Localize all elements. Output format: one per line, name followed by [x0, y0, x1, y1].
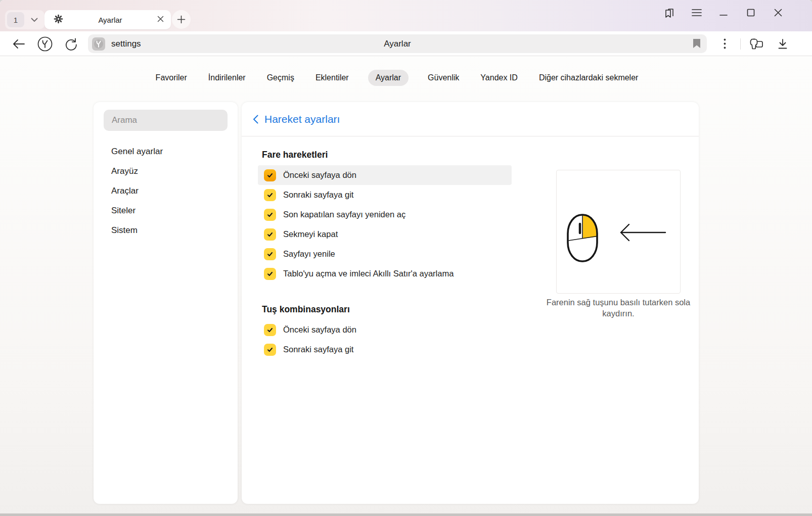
gesture-caption: Farenin sağ tuşunu basılı tutarken sola … [543, 297, 694, 319]
sidebar-item-genel-ayarlar[interactable]: Genel ayarlar [94, 142, 238, 161]
tab-close-icon[interactable] [157, 15, 164, 24]
close-window-icon[interactable] [771, 6, 785, 19]
url-bar[interactable]: settings Ayarlar [88, 34, 707, 53]
url-page-title: Ayarlar [88, 39, 707, 49]
gear-icon [54, 14, 63, 26]
sidebar-item-siteler[interactable]: Siteler [94, 201, 238, 220]
tab-strip: 1 Ayarlar [0, 0, 812, 31]
setting-row[interactable]: Sayfayı yenile [258, 244, 512, 264]
tab-counter-group[interactable]: 1 [5, 10, 44, 29]
setting-label: Önceki sayfaya dön [283, 325, 356, 335]
toolbar: settings Ayarlar [4, 31, 808, 56]
setting-row[interactable]: Tablo'yu açma ve imleci Akıllı Satır'a a… [258, 264, 512, 284]
settings-page: Favoriler İndirilenler Geçmiş Eklentiler… [0, 56, 812, 516]
minimize-icon[interactable] [716, 6, 731, 19]
nav-eklentiler[interactable]: Eklentiler [313, 70, 351, 86]
active-tab[interactable]: Ayarlar [44, 10, 171, 29]
setting-label: Önceki sayfaya dön [283, 170, 356, 180]
settings-sidebar: Genel ayarlar Arayüz Araçlar Siteler Sis… [94, 102, 238, 504]
checkbox-checked[interactable] [264, 248, 276, 260]
toolbar-separator [740, 38, 741, 50]
setting-row[interactable]: Sekmeyi kapat [258, 224, 512, 244]
new-tab-button[interactable] [172, 10, 191, 29]
mouse-gesture-drawing [557, 170, 681, 294]
nav-gecmis[interactable]: Geçmiş [265, 70, 296, 86]
sidebar-item-sistem[interactable]: Sistem [94, 220, 238, 240]
setting-label: Son kapatılan sayfayı yeniden aç [283, 210, 405, 219]
checkbox-checked[interactable] [264, 189, 276, 201]
sidebar-item-arayuz[interactable]: Arayüz [94, 161, 238, 181]
back-button[interactable] [10, 35, 27, 53]
setting-row[interactable]: Sonraki sayfaya git [258, 340, 512, 359]
browser-window: 1 Ayarlar [0, 0, 812, 516]
checkbox-checked[interactable] [264, 169, 276, 181]
setting-row[interactable]: Önceki sayfaya dön [258, 320, 512, 340]
chevron-down-icon[interactable] [24, 18, 44, 22]
setting-row[interactable]: Sonraki sayfaya git [258, 185, 512, 205]
tab-title: Ayarlar [63, 16, 157, 24]
checkbox-checked[interactable] [264, 268, 276, 280]
reload-button[interactable] [63, 35, 80, 53]
checkbox-checked[interactable] [264, 228, 276, 241]
setting-label: Sekmeyi kapat [283, 229, 338, 239]
setting-row[interactable]: Son kapatılan sayfayı yeniden aç [258, 205, 512, 224]
downloads-icon[interactable] [774, 35, 791, 53]
nav-guvenlik[interactable]: Güvenlik [426, 70, 461, 86]
section-title-fare: Fare hareketleri [262, 150, 699, 160]
window-bottom-edge [0, 513, 812, 516]
checkbox-checked[interactable] [264, 344, 276, 356]
search-input[interactable] [104, 110, 228, 131]
checkbox-checked[interactable] [264, 209, 276, 221]
nav-ayarlar-active[interactable]: Ayarlar [368, 70, 409, 86]
extensions-icon[interactable] [748, 35, 765, 53]
tab-counter[interactable]: 1 [7, 12, 24, 27]
gesture-illustration [556, 170, 681, 294]
settings-nav: Favoriler İndirilenler Geçmiş Eklentiler… [0, 70, 794, 86]
setting-label: Sonraki sayfaya git [283, 190, 353, 200]
sidebar-items: Genel ayarlar Arayüz Araçlar Siteler Sis… [94, 142, 238, 240]
more-options-icon[interactable] [716, 35, 733, 53]
back-chevron-icon[interactable] [253, 115, 258, 124]
bookmark-flag-icon[interactable] [693, 38, 701, 51]
nav-yandex-id[interactable]: Yandex ID [478, 70, 520, 86]
nav-favoriler[interactable]: Favoriler [154, 70, 189, 86]
nav-diger-cihazlar[interactable]: Diğer cihazlardaki sekmeler [537, 70, 641, 86]
panel-header: Hareket ayarları [242, 102, 699, 136]
sidebar-item-araclar[interactable]: Araçlar [94, 181, 238, 201]
setting-label: Sonraki sayfaya git [283, 345, 353, 354]
checkbox-checked[interactable] [264, 324, 276, 336]
maximize-icon[interactable] [744, 6, 758, 19]
setting-row[interactable]: Önceki sayfaya dön [258, 165, 512, 185]
gesture-settings-panel: Hareket ayarları Fare hareketleri Önceki… [242, 102, 699, 504]
nav-indirilenler[interactable]: İndirilenler [206, 70, 248, 86]
panel-title[interactable]: Hareket ayarları [264, 113, 340, 125]
setting-label: Tablo'yu açma ve imleci Akıllı Satır'a a… [283, 269, 454, 278]
yandex-logo-button[interactable] [36, 35, 54, 53]
menu-icon[interactable] [690, 6, 704, 19]
bookmarks-panel-icon[interactable] [662, 6, 676, 19]
setting-label: Sayfayı yenile [283, 249, 335, 259]
